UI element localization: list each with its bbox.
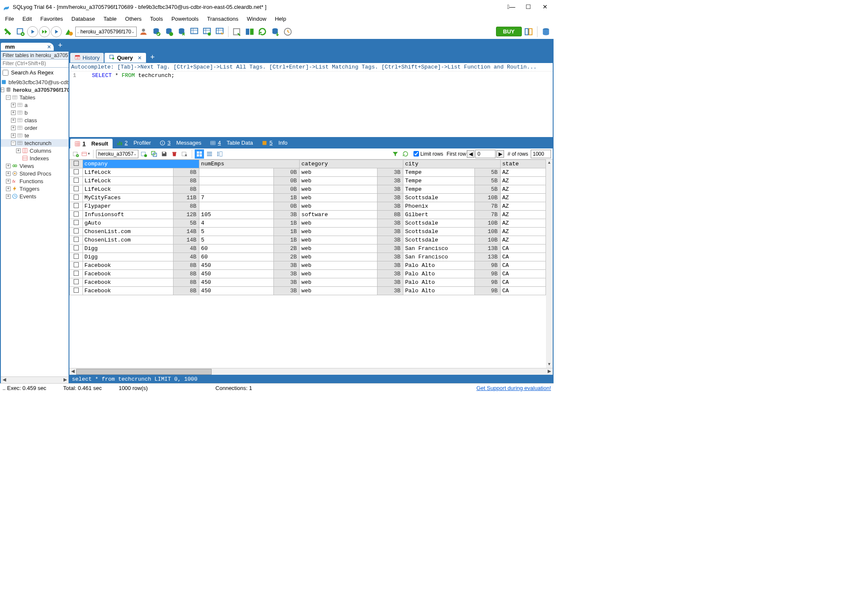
refresh-icon[interactable] [256, 26, 268, 38]
prev-page-button[interactable]: ◀ [467, 150, 474, 158]
tree-node[interactable]: +Stored Procs [1, 170, 69, 177]
cell-company[interactable]: LifeLock [83, 177, 173, 185]
buy-button[interactable]: BUY [496, 27, 522, 36]
cell-state[interactable]: AZ [500, 202, 546, 211]
menu-file[interactable]: File [1, 14, 18, 23]
tabledata-tab[interactable]: 4 Table Data [206, 137, 257, 148]
table-row[interactable]: Facebook8B4503Bweb3BPalo Alto9BCA [70, 287, 546, 295]
result-db-selector[interactable]: heroku_a37057⌄ [96, 150, 138, 158]
minimize-button[interactable]: — [503, 0, 520, 14]
cell-category[interactable]: web [300, 219, 378, 228]
table-row[interactable]: Facebook8B4503Bweb3BPalo Alto9BCA [70, 278, 546, 287]
cell-state[interactable]: CA [500, 253, 546, 261]
table-row[interactable]: Facebook8B4503Bweb3BPalo Alto9BCA [70, 270, 546, 278]
table-tool1-icon[interactable] [188, 26, 200, 38]
cell-state[interactable]: CA [500, 244, 546, 253]
cell-company[interactable]: LifeLock [83, 185, 173, 194]
limit-rows-checkbox[interactable] [413, 151, 419, 156]
tree-node[interactable]: +Columns [1, 147, 69, 154]
sync-db3-icon[interactable] [176, 26, 187, 38]
cell-numemps[interactable]: 450 [199, 287, 274, 295]
sync-db2-icon[interactable] [163, 26, 175, 38]
close-button[interactable]: ✕ [537, 0, 554, 14]
table-row[interactable]: Infusionsoft12B1053Bsoftware8BGilbert7BA… [70, 211, 546, 219]
form-view2-icon[interactable] [215, 149, 224, 159]
database-selector[interactable]: heroku_a3705796f170 ⌄ [75, 27, 137, 37]
table-row[interactable]: LifeLock8B0Bweb3BTempe5BAZ [70, 177, 546, 185]
add-row-icon[interactable] [71, 149, 80, 159]
table-row[interactable]: Digg4B602Bweb3BSan Francisco13BCA [70, 253, 546, 261]
cell-city[interactable]: Tempe [403, 177, 474, 185]
menu-help[interactable]: Help [270, 14, 290, 23]
cell-numemps[interactable]: 450 [199, 270, 274, 278]
add-editor-tab-button[interactable]: + [150, 53, 155, 61]
tree-node[interactable]: −Tables [1, 93, 69, 101]
cell-company[interactable]: Digg [83, 244, 173, 253]
cell-numemps[interactable] [199, 185, 274, 194]
new-query-icon[interactable] [14, 26, 26, 38]
cell-category[interactable]: web [300, 236, 378, 244]
grid-view-icon[interactable] [195, 149, 204, 159]
cell-category[interactable]: web [300, 270, 378, 278]
sync-db1-icon[interactable] [150, 26, 162, 38]
tree-node[interactable]: −techcrunch [1, 139, 69, 147]
row-checkbox[interactable] [74, 186, 79, 191]
menu-table[interactable]: Table [99, 14, 121, 23]
row-checkbox[interactable] [74, 279, 79, 284]
history-tab[interactable]: 18 History [70, 53, 104, 63]
profiler-tab[interactable]: 2 Profiler [113, 137, 155, 148]
firstrow-input[interactable] [475, 150, 496, 158]
cell-category[interactable]: web [300, 287, 378, 295]
close-icon[interactable]: ✕ [138, 55, 142, 61]
row-checkbox[interactable] [74, 220, 79, 225]
tree-node[interactable]: Indexes [1, 154, 69, 162]
delete-icon[interactable] [170, 149, 179, 159]
menu-powertools[interactable]: Powertools [167, 14, 203, 23]
cell-numemps[interactable]: 7 [199, 194, 274, 202]
cell-state[interactable]: AZ [500, 211, 546, 219]
cell-city[interactable]: San Francisco [403, 244, 474, 253]
cell-state[interactable]: AZ [500, 228, 546, 236]
cell-category[interactable]: web [300, 278, 378, 287]
cell-category[interactable]: web [300, 253, 378, 261]
cell-state[interactable]: AZ [500, 177, 546, 185]
select-all-header[interactable] [70, 160, 83, 168]
cell-company[interactable]: gAuto [83, 219, 173, 228]
refresh-result-icon[interactable] [401, 149, 410, 159]
db-export-icon[interactable] [269, 26, 281, 38]
tree-node[interactable]: +a [1, 101, 69, 109]
cell-state[interactable]: AZ [500, 185, 546, 194]
table-row[interactable]: Facebook8B4503Bweb3BPalo Alto9BCA [70, 261, 546, 270]
cell-city[interactable]: Tempe [403, 168, 474, 177]
row-checkbox[interactable] [74, 228, 79, 233]
cell-category[interactable]: web [300, 194, 378, 202]
cell-state[interactable]: CA [500, 278, 546, 287]
cell-numemps[interactable]: 60 [199, 244, 274, 253]
table-row[interactable]: LifeLock8B0Bweb3BTempe5BAZ [70, 168, 546, 177]
row-checkbox[interactable] [74, 237, 79, 242]
tree-node[interactable]: +te [1, 132, 69, 139]
cell-category[interactable]: web [300, 168, 378, 177]
insert-icon[interactable] [139, 149, 149, 159]
tree-node[interactable]: +Events [1, 192, 69, 200]
schedule-icon[interactable] [282, 26, 294, 38]
cell-state[interactable]: AZ [500, 168, 546, 177]
tree-node[interactable]: +order [1, 124, 69, 132]
col-header[interactable]: state [500, 160, 546, 168]
object-tree[interactable]: bfe9b3cfbc3470@us-cdbr-iron-east-−heroku… [1, 77, 69, 376]
cell-company[interactable]: Flypaper [83, 202, 173, 211]
cell-state[interactable]: AZ [500, 236, 546, 244]
cell-state[interactable]: AZ [500, 194, 546, 202]
cell-category[interactable]: web [300, 177, 378, 185]
cell-company[interactable]: Infusionsoft [83, 211, 173, 219]
add-connection-tab-button[interactable]: + [58, 41, 63, 49]
table-tool3-icon[interactable] [214, 26, 226, 38]
menu-edit[interactable]: Edit [18, 14, 36, 23]
filter-icon[interactable] [391, 149, 400, 159]
duplicate-icon[interactable] [149, 149, 159, 159]
tree-node[interactable]: +Views [1, 162, 69, 170]
cell-category[interactable]: web [300, 261, 378, 270]
query-tab[interactable]: Query ✕ [105, 53, 146, 63]
cell-company[interactable]: Facebook [83, 261, 173, 270]
col-header[interactable]: company [83, 160, 199, 168]
